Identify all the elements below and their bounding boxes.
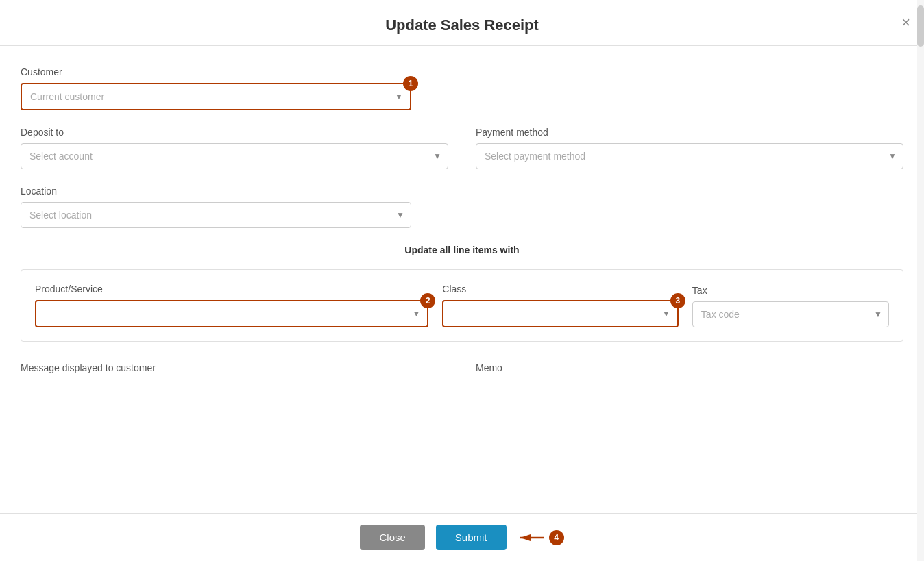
customer-highlighted-wrapper: Current customer ▼	[21, 83, 411, 110]
modal: Update Sales Receipt × Customer Current …	[0, 0, 924, 561]
tax-select-wrapper: Tax code ▼	[692, 301, 889, 327]
product-service-col: Product/Service Update all ▼ 2	[35, 284, 428, 327]
tax-col: Tax Tax code ▼	[692, 285, 889, 327]
tax-label: Tax	[692, 285, 889, 296]
product-service-label: Product/Service	[35, 284, 428, 295]
line-items-box: Product/Service Update all ▼ 2	[21, 269, 903, 342]
product-badge: 2	[420, 293, 435, 308]
product-service-select[interactable]: Update all	[36, 301, 427, 326]
close-icon[interactable]: ×	[901, 15, 910, 30]
class-col: Class Food ▼ 3	[442, 284, 679, 327]
product-highlighted-wrapper: Update all ▼	[35, 300, 428, 327]
modal-title: Update Sales Receipt	[385, 16, 539, 34]
location-label: Location	[21, 186, 903, 197]
payment-label: Payment method	[476, 127, 903, 138]
class-select-container: Food ▼	[443, 301, 677, 326]
class-badge: 3	[670, 293, 685, 308]
scrollbar-thumb[interactable]	[917, 5, 924, 47]
message-col: Message displayed to customer	[21, 362, 448, 379]
class-select-wrapper-outer: Food ▼ 3	[442, 300, 679, 327]
deposit-payment-row: Deposit to Select account ▼ Payment meth…	[21, 127, 903, 169]
deposit-label: Deposit to	[21, 127, 448, 138]
customer-select-wrapper: Current customer ▼ 1	[21, 83, 411, 110]
tax-select[interactable]: Tax code	[692, 301, 889, 327]
modal-footer: Close Submit 4	[0, 513, 924, 561]
deposit-select-wrapper: Select account ▼	[21, 143, 448, 169]
payment-select[interactable]: Select payment method	[476, 143, 903, 169]
location-section: Location Select location ▼	[21, 186, 903, 228]
arrow-icon	[518, 531, 545, 545]
class-label: Class	[442, 284, 679, 295]
submit-badge: 4	[549, 530, 564, 545]
line-items-row: Product/Service Update all ▼ 2	[35, 284, 889, 327]
submit-button[interactable]: Submit	[436, 525, 507, 550]
update-section-title: Update all line items with	[21, 245, 903, 255]
modal-header: Update Sales Receipt ×	[0, 0, 924, 46]
message-label: Message displayed to customer	[21, 362, 448, 373]
location-select[interactable]: Select location	[21, 202, 411, 228]
memo-label: Memo	[476, 362, 903, 373]
payment-col: Payment method Select payment method ▼	[476, 127, 903, 169]
customer-select[interactable]: Current customer	[22, 84, 410, 109]
deposit-select[interactable]: Select account	[21, 143, 448, 169]
memo-col: Memo	[476, 362, 903, 379]
submit-annotation: 4	[518, 530, 564, 545]
close-button[interactable]: Close	[360, 525, 424, 550]
payment-select-wrapper: Select payment method ▼	[476, 143, 903, 169]
customer-select-container: Current customer ▼	[22, 84, 410, 109]
bottom-section: Message displayed to customer Memo	[21, 362, 903, 379]
customer-badge: 1	[403, 76, 418, 91]
customer-section: Customer Current customer ▼ 1	[21, 66, 903, 110]
customer-label: Customer	[21, 66, 903, 77]
modal-body: Customer Current customer ▼ 1 Deposit to	[0, 46, 924, 513]
deposit-col: Deposit to Select account ▼	[21, 127, 448, 169]
class-select[interactable]: Food	[443, 301, 677, 326]
location-select-wrapper: Select location ▼	[21, 202, 411, 228]
class-highlighted-wrapper: Food ▼	[442, 300, 679, 327]
product-select-container: Update all ▼	[36, 301, 427, 326]
scrollbar[interactable]	[917, 0, 924, 561]
product-select-wrapper-outer: Update all ▼ 2	[35, 300, 428, 327]
